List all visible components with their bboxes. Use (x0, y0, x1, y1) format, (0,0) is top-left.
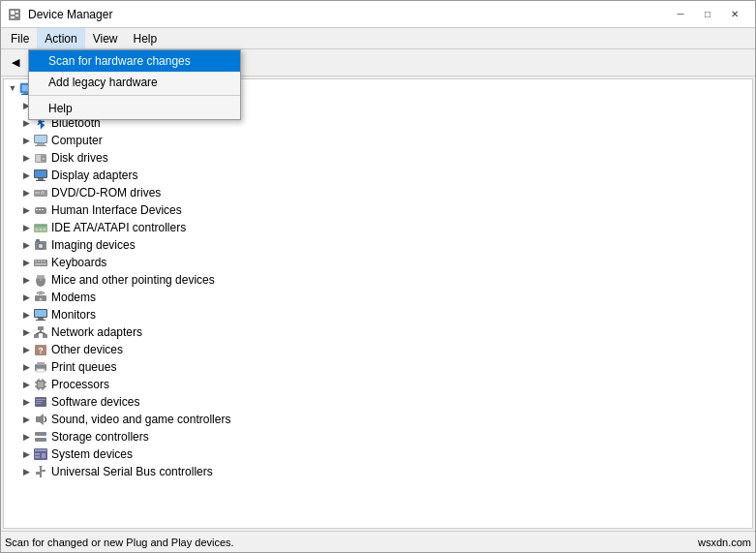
tree-keyboards[interactable]: ▶ Keyboards (4, 254, 752, 271)
tree-sound[interactable]: ▶ Sound, video and game controllers (4, 411, 752, 428)
tree-display[interactable]: ▶ Display adapters (4, 167, 752, 184)
status-bar: Scan for changed or new Plug and Play de… (1, 531, 755, 552)
svg-rect-35 (35, 192, 40, 194)
system-label: System devices (51, 447, 133, 461)
dvd-icon (33, 185, 48, 200)
tree-storage[interactable]: ▶ Storage controllers (4, 428, 752, 445)
processors-arrow: ▶ (19, 378, 33, 391)
usb-icon (33, 464, 48, 479)
close-button[interactable]: ✕ (722, 5, 747, 24)
svg-point-48 (40, 245, 43, 248)
other-icon: ? (33, 342, 48, 357)
svg-rect-38 (39, 209, 41, 210)
sound-arrow: ▶ (19, 413, 33, 426)
device-tree[interactable]: ▼ DESKTOP-WIN10 ▶ (3, 78, 753, 529)
main-content: ▼ DESKTOP-WIN10 ▶ (1, 77, 755, 531)
keyboards-arrow: ▶ (19, 256, 33, 269)
tree-software[interactable]: ▶ Software devices (4, 393, 752, 411)
svg-rect-53 (44, 261, 45, 262)
svg-rect-54 (35, 263, 46, 265)
tree-monitors[interactable]: ▶ Monitors (4, 306, 752, 323)
svg-rect-89 (36, 403, 41, 404)
dropdown-add-legacy[interactable]: Add legacy hardware (29, 72, 240, 93)
computer-arrow: ▶ (19, 134, 33, 147)
menu-help[interactable]: Help (126, 28, 166, 48)
tree-network[interactable]: ▶ Network adapters (4, 323, 752, 341)
software-arrow: ▶ (19, 395, 33, 409)
imaging-icon (33, 237, 48, 253)
processors-icon (33, 377, 48, 392)
svg-point-42 (36, 229, 39, 231)
title-bar: Device Manager ─ □ ✕ (1, 1, 755, 28)
menu-action[interactable]: Action (37, 28, 84, 48)
usb-label: Universal Serial Bus controllers (51, 465, 213, 478)
storage-label: Storage controllers (51, 430, 149, 444)
system-icon (33, 446, 48, 462)
title-buttons: ─ □ ✕ (668, 5, 747, 24)
svg-rect-46 (36, 239, 40, 242)
svg-rect-1 (11, 11, 15, 15)
display-arrow: ▶ (19, 169, 33, 182)
svg-rect-102 (36, 472, 40, 475)
svg-marker-90 (36, 414, 44, 425)
svg-point-43 (40, 229, 43, 231)
svg-rect-98 (42, 453, 45, 458)
svg-rect-96 (35, 449, 46, 451)
svg-point-94 (45, 439, 46, 441)
tree-imaging[interactable]: ▶ Imaging devices (4, 236, 752, 254)
disk-label: Disk drives (51, 151, 108, 165)
tree-modems[interactable]: ▶ Modems (4, 289, 752, 306)
network-label: Network adapters (51, 325, 142, 339)
title-bar-left: Device Manager (7, 7, 112, 22)
mice-label: Mice and other pointing devices (51, 273, 215, 287)
monitors-icon (33, 307, 48, 323)
menu-file[interactable]: File (3, 28, 37, 48)
ide-label: IDE ATA/ATAPI controllers (51, 221, 186, 234)
tree-hid[interactable]: ▶ Human Interface Devices (4, 201, 752, 219)
tree-print[interactable]: ▶ Print queues (4, 358, 752, 376)
computer-label: Computer (51, 134, 103, 147)
ide-icon (33, 220, 48, 235)
svg-point-59 (40, 298, 43, 301)
hid-icon (33, 202, 48, 218)
menu-bar: File Action View Help Scan for hardware … (1, 28, 755, 49)
tree-system[interactable]: ▶ System devices (4, 445, 752, 463)
dropdown-help[interactable]: Help (29, 98, 240, 119)
svg-rect-50 (35, 261, 37, 262)
svg-point-44 (44, 229, 46, 231)
tree-processors[interactable]: ▶ Processors (4, 376, 752, 393)
tree-ide[interactable]: ▶ IDE ATA/ATAPI controllers (4, 219, 752, 236)
hid-label: Human Interface Devices (51, 203, 182, 217)
tree-computer[interactable]: ▶ Computer (4, 132, 752, 149)
processors-label: Processors (51, 378, 109, 391)
svg-rect-3 (15, 15, 18, 16)
monitors-arrow: ▶ (19, 308, 33, 322)
tree-mice[interactable]: ▶ Mice and other pointing devices (4, 271, 752, 289)
tree-usb[interactable]: ▶ Universal Serial Bus controllers (4, 463, 752, 480)
tree-disk[interactable]: ▶ Disk drives (4, 149, 752, 167)
svg-rect-73 (37, 362, 45, 365)
maximize-button[interactable]: □ (695, 5, 720, 24)
computer-icon (33, 133, 48, 148)
print-label: Print queues (51, 360, 116, 374)
keyboards-icon (33, 255, 48, 270)
svg-marker-101 (39, 466, 43, 469)
dvd-arrow: ▶ (19, 186, 33, 200)
minimize-button[interactable]: ─ (668, 5, 693, 24)
dropdown-scan-hardware[interactable]: Scan for hardware changes (29, 50, 240, 72)
imaging-label: Imaging devices (51, 238, 136, 252)
modems-label: Modems (51, 291, 96, 304)
tree-other[interactable]: ▶ ? Other devices (4, 341, 752, 358)
toolbar-back[interactable]: ◀ (5, 52, 26, 74)
ide-arrow: ▶ (19, 221, 33, 234)
dvd-label: DVD/CD-ROM drives (51, 186, 161, 200)
tree-dvd[interactable]: ▶ DVD/CD-ROM drives (4, 184, 752, 201)
keyboards-label: Keyboards (51, 256, 106, 269)
svg-rect-99 (35, 456, 40, 458)
sound-label: Sound, video and game controllers (51, 413, 230, 426)
svg-point-34 (42, 192, 44, 194)
svg-rect-26 (36, 155, 41, 162)
menu-view[interactable]: View (85, 28, 126, 48)
svg-rect-75 (36, 366, 38, 368)
status-message: Scan for changed or new Plug and Play de… (5, 537, 234, 548)
